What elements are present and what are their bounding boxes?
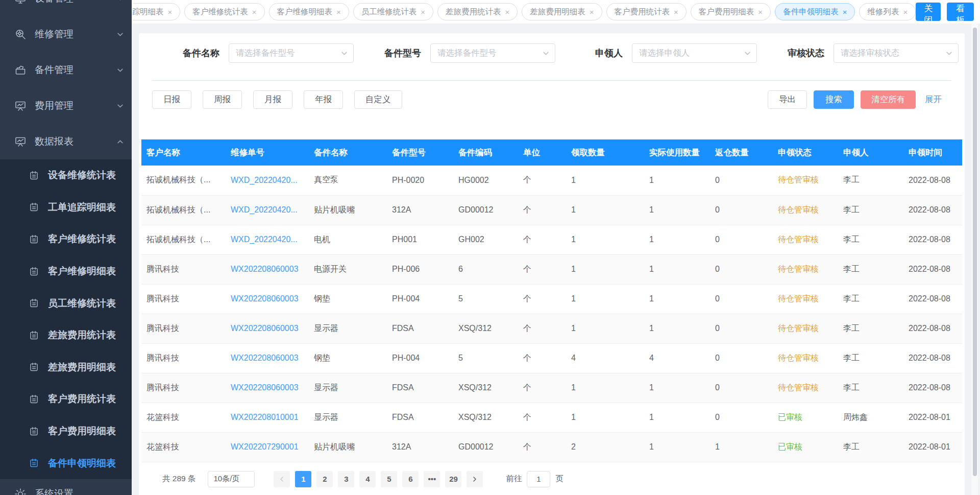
cell-customer: 腾讯科技	[141, 284, 226, 314]
export-button[interactable]: 导出	[768, 90, 807, 109]
tab-customer-expense-detail[interactable]: 客户费用明细表×	[691, 3, 771, 20]
cell-order-no[interactable]: WXD_20220420...	[226, 225, 309, 254]
sidebar-item-customer-repair-detail[interactable]: 客户维修明细表	[0, 255, 132, 288]
close-icon[interactable]: ×	[252, 8, 257, 16]
page-button-1[interactable]: 1	[295, 471, 311, 487]
page-button-3[interactable]: 3	[338, 471, 354, 487]
sidebar-main-menu: 设备管理维修管理备件管理费用管理数据报表	[0, 0, 132, 159]
cell-code: HG0002	[453, 166, 518, 195]
search-button[interactable]: 搜索	[814, 90, 854, 109]
close-button[interactable]: 关闭	[916, 3, 941, 21]
page-size-value: 10条/页	[213, 474, 239, 484]
cell-status: 已审核	[773, 432, 838, 462]
page-button-2[interactable]: 2	[316, 471, 333, 487]
vertical-scrollbar[interactable]	[971, 23, 978, 495]
chevron-down-icon	[117, 31, 124, 38]
cell-order-no[interactable]: WXD_20220420...	[226, 166, 309, 195]
tab-customer-repair-stats[interactable]: 客户维修统计表×	[184, 3, 264, 20]
cell-status: 待仓管审核	[773, 166, 838, 195]
more-pages-button[interactable]: •••	[424, 471, 440, 487]
tab-customer-repair-detail[interactable]: 客户维修明细表×	[269, 3, 349, 20]
cell-code: XSQ/312	[453, 314, 518, 343]
page-button-4[interactable]: 4	[359, 471, 376, 487]
cell-order-no[interactable]: WX202208010001	[226, 403, 309, 432]
tab-customer-expense-stats[interactable]: 客户费用统计表×	[606, 3, 687, 20]
cell-order-no[interactable]: WX202208060003	[226, 314, 309, 343]
close-icon[interactable]: ×	[674, 8, 678, 16]
expand-toggle[interactable]: 展开	[925, 94, 951, 105]
close-icon[interactable]: ×	[505, 8, 510, 16]
custom-report-button[interactable]: 自定义	[354, 90, 402, 109]
tab-travel-expense-stats[interactable]: 差旅费用统计表×	[437, 3, 518, 20]
filter-label-part-model: 备件型号	[354, 47, 421, 59]
close-icon[interactable]: ×	[590, 8, 594, 16]
sidebar-item-customer-expense-detail[interactable]: 客户费用明细表	[0, 415, 132, 447]
monthly-report-button[interactable]: 月报	[253, 90, 292, 109]
sidebar-item-customer-expense-stats[interactable]: 客户费用统计表	[0, 383, 132, 415]
tab-repair-list[interactable]: 维修列表×	[859, 3, 916, 20]
clear-all-button[interactable]: 清空所有	[861, 90, 916, 109]
previous-page-button[interactable]	[274, 471, 290, 487]
sidebar-item-data-reports[interactable]: 数据报表	[0, 124, 132, 159]
cell-qty-returned: 0	[710, 314, 773, 343]
sidebar-item-travel-expense-detail[interactable]: 差旅费用明细表	[0, 351, 132, 384]
applicant-select[interactable]: 请选择申领人	[632, 43, 757, 63]
cell-qty-taken: 1	[566, 254, 644, 284]
daily-report-button[interactable]: 日报	[152, 90, 191, 109]
sidebar-item-expense-management[interactable]: 费用管理	[0, 88, 132, 124]
sidebar-report-submenu: 设备维修统计表工单追踪明细表客户维修统计表客户维修明细表员工维修统计表差旅费用统…	[0, 159, 132, 479]
tab-travel-expense-detail[interactable]: 差旅费用明细表×	[522, 3, 602, 20]
cell-order-no[interactable]: WX202208060003	[226, 254, 309, 284]
tab-parts-application-detail[interactable]: 备件申领明细表×	[775, 3, 855, 20]
part-name-select[interactable]: 请选择备件型号	[229, 43, 354, 63]
tab-employee-repair-stats[interactable]: 员工维修统计表×	[353, 3, 433, 20]
cell-order-no[interactable]: WX202208060003	[226, 373, 309, 403]
column-header: 申领人	[838, 139, 903, 166]
page-button-5[interactable]: 5	[381, 471, 397, 487]
cell-qty-used: 1	[644, 432, 710, 462]
sidebar-item-device-repair-stats[interactable]: 设备维修统计表	[0, 159, 132, 192]
close-icon[interactable]: ×	[421, 8, 425, 16]
page-size-select[interactable]: 10条/页	[208, 471, 255, 487]
sidebar-item-travel-expense-stats[interactable]: 差旅费用统计表	[0, 319, 132, 351]
select-placeholder: 请选择备件型号	[437, 48, 497, 59]
close-icon[interactable]: ×	[758, 8, 763, 16]
filter-label-part-name: 备件名称	[152, 47, 219, 59]
page-button-29[interactable]: 29	[445, 471, 461, 487]
sidebar-item-parts-application-detail[interactable]: 备件申领明细表	[0, 447, 132, 479]
close-icon[interactable]: ×	[843, 8, 847, 16]
sidebar-item-work-order-tracking[interactable]: 工单追踪明细表	[0, 192, 132, 224]
sidebar-item-device-management[interactable]: 设备管理	[0, 0, 132, 16]
part-model-select[interactable]: 请选择备件型号	[430, 43, 555, 63]
cell-unit: 个	[518, 225, 566, 254]
board-display-button[interactable]: 看板展示	[947, 3, 974, 21]
sidebar-item-system-settings[interactable]: 系统设置	[0, 479, 132, 495]
select-placeholder: 请选择申领人	[639, 48, 690, 59]
cell-order-no[interactable]: WX202208060003	[226, 284, 309, 314]
yearly-report-button[interactable]: 年报	[304, 90, 343, 109]
sidebar-item-parts-management[interactable]: 备件管理	[0, 52, 132, 88]
close-icon[interactable]: ×	[336, 8, 341, 16]
scrollbar-thumb[interactable]	[973, 28, 977, 476]
tab-work-order-tracking[interactable]: 工单追踪明细表×	[133, 3, 180, 20]
cell-order-no[interactable]: WX202208060003	[226, 343, 309, 373]
sidebar-item-customer-repair-stats[interactable]: 客户维修统计表	[0, 223, 132, 255]
cell-model: PH-004	[387, 284, 453, 314]
weekly-report-button[interactable]: 周报	[203, 90, 242, 109]
cell-apply-date: 2022-08-08	[903, 254, 962, 284]
close-icon[interactable]: ×	[168, 8, 173, 16]
column-header: 领取数量	[566, 139, 644, 166]
close-icon[interactable]: ×	[903, 8, 908, 16]
sidebar-item-employee-repair-stats[interactable]: 员工维修统计表	[0, 287, 132, 319]
cell-order-no[interactable]: WX202207290001	[226, 432, 309, 462]
next-page-button[interactable]	[467, 471, 483, 487]
sidebar-subitem-label: 员工维修统计表	[48, 297, 116, 310]
pager: 123456•••29	[271, 471, 485, 487]
cell-order-no[interactable]: WXD_20220420...	[226, 195, 309, 225]
goto-page-input[interactable]	[527, 471, 550, 487]
page-button-6[interactable]: 6	[402, 471, 419, 487]
audit-status-select[interactable]: 请选择审核状态	[834, 43, 959, 63]
cell-unit: 个	[518, 403, 566, 432]
sidebar-item-repair-management[interactable]: 维修管理	[0, 16, 132, 52]
filter-applicant: 申领人请选择申领人	[555, 43, 757, 63]
